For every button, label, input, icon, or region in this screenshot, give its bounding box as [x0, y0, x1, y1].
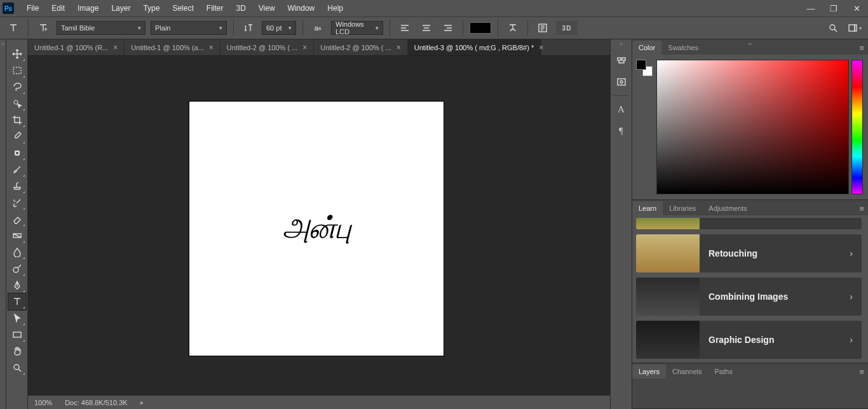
close-icon[interactable]: ×	[302, 43, 307, 52]
close-icon[interactable]: ×	[539, 43, 543, 52]
align-left-button[interactable]	[397, 20, 413, 36]
tab-libraries[interactable]: Libraries	[663, 201, 702, 215]
properties-panel-icon[interactable]	[613, 74, 630, 90]
canvas[interactable]: அன்பு	[189, 102, 444, 356]
foreground-color-swatch[interactable]	[636, 60, 646, 70]
learn-item[interactable]	[636, 218, 862, 229]
menu-edit[interactable]: Edit	[45, 0, 71, 17]
close-icon[interactable]: ×	[113, 43, 118, 52]
document-tab-label: Untitled-1 @ 100% (R...	[34, 44, 108, 51]
menu-window[interactable]: Window	[281, 0, 322, 17]
document-tab[interactable]: Untitled-1 @ 100% (R...×	[28, 39, 125, 55]
dodge-tool[interactable]	[8, 260, 26, 277]
gradient-tool[interactable]	[8, 227, 26, 244]
menu-select[interactable]: Select	[166, 0, 200, 17]
crop-tool[interactable]	[8, 112, 26, 128]
eraser-tool[interactable]	[8, 211, 26, 227]
menu-3d[interactable]: 3D	[229, 0, 252, 17]
zoom-level[interactable]: 100%	[34, 399, 52, 406]
separator	[498, 20, 498, 36]
tab-paths[interactable]: Paths	[709, 365, 739, 379]
pen-tool[interactable]	[8, 277, 26, 293]
history-panel-icon[interactable]	[613, 52, 630, 69]
menu-help[interactable]: Help	[321, 0, 349, 17]
menu-bar: Ps File Edit Image Layer Type Select Fil…	[0, 0, 868, 17]
path-select-tool[interactable]	[8, 310, 26, 326]
document-tab[interactable]: Untitled-1 @ 100% (a...×	[125, 39, 220, 55]
clone-stamp-tool[interactable]	[8, 178, 26, 194]
separator	[390, 20, 390, 36]
zoom-tool[interactable]	[8, 359, 26, 376]
character-panel-icon[interactable]: A	[613, 101, 630, 117]
paragraph-panel-icon[interactable]: ¶	[613, 123, 630, 139]
text-color-swatch[interactable]	[470, 22, 491, 34]
canvas-text-layer[interactable]: அன்பு	[283, 211, 351, 246]
grip-icon[interactable]: ‹‹	[611, 41, 632, 47]
tab-adjustments[interactable]: Adjustments	[702, 201, 754, 215]
menu-view[interactable]: View	[252, 0, 281, 17]
menu-type[interactable]: Type	[137, 0, 166, 17]
learn-item[interactable]: Graphic Design ›	[636, 321, 862, 359]
left-panel-collapsed-strip[interactable]: ››	[0, 39, 6, 409]
tab-learn[interactable]: Learn	[632, 201, 663, 215]
tool-preset-type-icon[interactable]	[5, 20, 22, 36]
document-tab[interactable]: Untitled-2 @ 100% ( ...×	[220, 39, 314, 55]
document-tab-label: Untitled-3 @ 100% ( md;G , RGB/8#) *	[414, 44, 534, 51]
close-icon[interactable]: ×	[397, 43, 401, 52]
fg-bg-swatches[interactable]	[635, 60, 654, 194]
rect-marquee-tool[interactable]	[8, 62, 26, 79]
svg-rect-3	[855, 25, 857, 31]
layers-panel-body[interactable]	[632, 379, 868, 408]
learn-panel: Learn Libraries Adjustments ≡ Retouching…	[632, 200, 868, 363]
tab-layers[interactable]: Layers	[632, 365, 666, 379]
chevron-right-icon: ›	[841, 335, 862, 345]
menu-layer[interactable]: Layer	[105, 0, 137, 17]
font-size-dropdown[interactable]: 60 pt ▾	[262, 21, 296, 35]
eyedropper-tool[interactable]	[8, 128, 26, 145]
menu-filter[interactable]: Filter	[200, 0, 230, 17]
quick-select-tool[interactable]	[8, 95, 26, 112]
type-tool[interactable]	[8, 293, 26, 310]
3d-button[interactable]: 3D	[556, 21, 578, 35]
align-right-button[interactable]	[440, 20, 456, 36]
canvas-viewport[interactable]: அன்பு	[28, 56, 610, 395]
move-tool[interactable]	[8, 46, 26, 62]
rectangle-tool[interactable]	[8, 326, 26, 343]
document-tab[interactable]: Untitled-3 @ 100% ( md;G , RGB/8#) *×	[408, 39, 541, 55]
svg-point-1	[830, 25, 835, 30]
workspace-switcher-button[interactable]: ▾	[846, 20, 863, 36]
blur-tool[interactable]	[8, 244, 26, 260]
menu-image[interactable]: Image	[71, 0, 105, 17]
warp-text-button[interactable]	[505, 20, 521, 36]
text-orientation-icon[interactable]	[35, 20, 51, 36]
hue-slider[interactable]	[851, 60, 863, 194]
character-panel-button[interactable]	[534, 20, 551, 36]
panel-menu-icon[interactable]: ≡	[855, 365, 868, 379]
anti-alias-dropdown[interactable]: Windows LCD ▾	[331, 21, 383, 35]
history-brush-tool[interactable]	[8, 194, 26, 211]
window-minimize-button[interactable]: —	[799, 0, 822, 17]
grip-icon[interactable]: ‹‹	[632, 41, 868, 47]
lasso-tool[interactable]	[8, 79, 26, 95]
search-icon[interactable]	[825, 20, 841, 36]
window-close-button[interactable]: ✕	[845, 0, 868, 17]
window-restore-button[interactable]: ❐	[822, 0, 845, 17]
panel-menu-icon[interactable]: ≡	[855, 202, 868, 215]
learn-item[interactable]: Combining Images ›	[636, 278, 862, 316]
color-field[interactable]	[656, 60, 849, 194]
chevron-right-icon[interactable]: ▸	[140, 399, 144, 406]
menu-file[interactable]: File	[20, 0, 45, 17]
hand-tool[interactable]	[8, 343, 26, 359]
font-style-dropdown[interactable]: Plain ▾	[151, 21, 227, 35]
font-family-dropdown[interactable]: Tamil Bible ▾	[57, 21, 146, 35]
font-size-value: 60 pt	[266, 24, 281, 32]
chevron-right-icon: ›	[841, 292, 862, 302]
healing-brush-tool[interactable]	[8, 145, 26, 161]
document-tab[interactable]: Untitled-2 @ 100% ( ...×	[314, 39, 407, 55]
align-center-button[interactable]	[418, 20, 435, 36]
close-icon[interactable]: ×	[209, 43, 214, 52]
brush-tool[interactable]	[8, 161, 26, 178]
learn-item[interactable]: Retouching ›	[636, 234, 862, 272]
thumbnail	[636, 321, 700, 359]
tab-channels[interactable]: Channels	[666, 365, 708, 379]
